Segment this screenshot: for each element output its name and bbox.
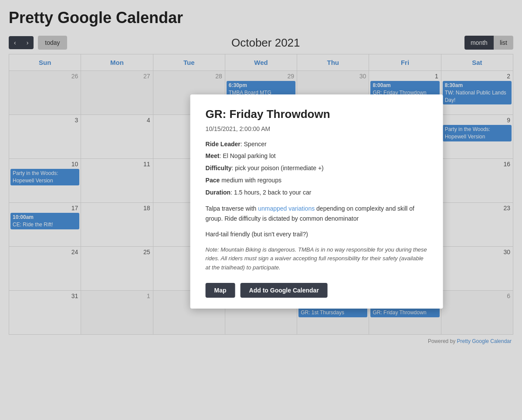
popup-meet: Meet: El Nogal parking lot bbox=[206, 151, 428, 161]
add-to-gcal-button[interactable]: Add to Google Calendar bbox=[241, 283, 328, 298]
meet-label: Meet bbox=[206, 152, 220, 159]
meet-value: El Nogal parking lot bbox=[223, 152, 275, 159]
popup-actions: Map Add to Google Calendar bbox=[206, 283, 428, 298]
map-button[interactable]: Map bbox=[206, 283, 235, 298]
popup-description2: Hard-tail friendly (but isn't every trai… bbox=[206, 229, 428, 239]
popup-difficulty: Difficulty: pick your poison (intermedia… bbox=[206, 163, 428, 174]
event-popup: GR: Friday Throwdown 10/15/2021, 2:00:00… bbox=[190, 94, 443, 309]
popup-date: 10/15/2021, 2:00:00 AM bbox=[206, 125, 428, 132]
difficulty-value: pick your poison (intermediate +) bbox=[235, 165, 324, 171]
unmapped-link[interactable]: unmapped variations bbox=[258, 205, 315, 212]
ride-leader-label: Ride Leader bbox=[206, 141, 241, 148]
popup-title: GR: Friday Throwdown bbox=[206, 108, 428, 121]
duration-value: 1.5 hours, 2 back to your car bbox=[234, 189, 311, 196]
popup-pace: Pace medium with regroups bbox=[206, 175, 428, 186]
difficulty-label: Difficulty bbox=[206, 165, 232, 171]
popup-overlay[interactable]: GR: Friday Throwdown 10/15/2021, 2:00:00… bbox=[0, 0, 522, 352]
pace-label: Pace bbox=[206, 177, 220, 184]
popup-ride-leader: Ride Leader: Spencer bbox=[206, 139, 428, 150]
popup-note: Note: Mountain Biking is dangerous. TMBA… bbox=[206, 245, 428, 272]
ride-leader-value: Spencer bbox=[244, 141, 267, 148]
popup-description1: Talpa traverse with unmapped variations … bbox=[206, 204, 428, 224]
pace-value: medium with regroups bbox=[221, 177, 281, 184]
duration-label: Duration bbox=[206, 189, 231, 196]
popup-duration: Duration: 1.5 hours, 2 back to your car bbox=[206, 188, 428, 198]
